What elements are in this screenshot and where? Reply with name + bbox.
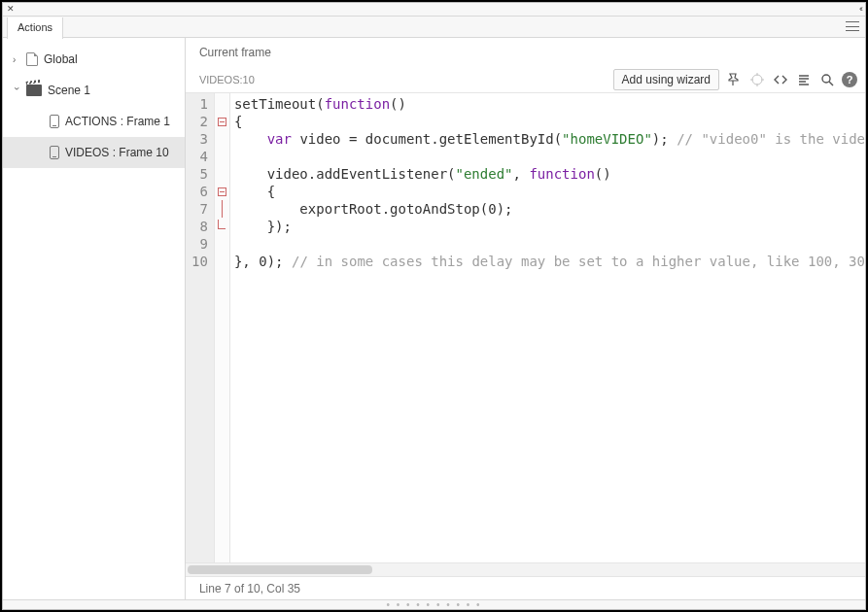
line-no: 2 [186, 113, 208, 130]
tree-label: Scene 1 [48, 84, 90, 97]
tree-scene[interactable]: › Scene 1 [3, 75, 185, 106]
scroll-thumb[interactable] [188, 565, 372, 574]
breadcrumb-label: Current frame [199, 46, 271, 59]
line-no: 3 [186, 130, 208, 148]
tree-label: Global [44, 52, 78, 66]
tree-frame-actions[interactable]: ACTIONS : Frame 1 [3, 106, 185, 137]
line-no: 8 [186, 218, 208, 235]
target-icon [748, 71, 766, 88]
horizontal-scrollbar[interactable] [186, 562, 865, 576]
help-icon[interactable]: ? [842, 72, 857, 87]
code-text[interactable]: setTimeout(function(){ var video = docum… [230, 93, 865, 562]
cursor-position-label: Line 7 of 10, Col 35 [199, 582, 300, 595]
search-icon[interactable] [818, 71, 836, 88]
chevron-right-icon: › [13, 54, 20, 65]
line-gutter: 1 2 3 4 5 6 7 8 9 10 [186, 93, 215, 562]
collapse-panel-icon[interactable]: ‹‹ [859, 5, 861, 14]
line-no: 7 [186, 200, 208, 218]
clapperboard-icon [26, 85, 42, 96]
close-panel-icon[interactable]: ✕ [7, 5, 15, 14]
tree-label: VIDEOS : Frame 10 [65, 146, 169, 159]
actions-panel: ✕ ‹‹ Actions › Global › Scene 1 ACTIONS … [2, 2, 866, 610]
panel-body: › Global › Scene 1 ACTIONS : Frame 1 VID… [3, 38, 865, 599]
tree-frame-videos[interactable]: VIDEOS : Frame 10 [3, 137, 185, 168]
resize-grip[interactable]: • • • • • • • • • • [3, 599, 865, 609]
line-no: 6 [186, 183, 208, 200]
grip-icon: • • • • • • • • • • [386, 600, 481, 610]
format-icon[interactable] [795, 71, 813, 88]
page-icon [26, 52, 38, 66]
tab-label: Actions [17, 21, 52, 33]
frame-path-label: VIDEOS:10 [199, 74, 255, 85]
chevron-down-icon: › [12, 86, 22, 94]
pin-icon[interactable] [725, 71, 743, 88]
fold-toggle-icon[interactable] [218, 187, 226, 196]
fold-line-icon [222, 200, 223, 218]
svg-point-1 [822, 75, 830, 83]
script-navigator: › Global › Scene 1 ACTIONS : Frame 1 VID… [3, 38, 186, 599]
tree-global[interactable]: › Global [3, 44, 185, 75]
line-no: 10 [186, 253, 208, 270]
frame-icon [50, 115, 59, 128]
line-no: 4 [186, 148, 208, 165]
fold-toggle-icon[interactable] [218, 118, 226, 126]
panel-titlebar: ✕ ‹‹ [3, 3, 865, 17]
editor-toolbar: VIDEOS:10 Add using wizard ? [186, 67, 865, 92]
tab-bar: Actions [3, 17, 865, 38]
fold-end-icon [218, 220, 226, 229]
svg-point-0 [752, 75, 762, 85]
frame-icon [50, 146, 59, 159]
add-using-wizard-button[interactable]: Add using wizard [613, 69, 719, 90]
tree-label: ACTIONS : Frame 1 [65, 115, 170, 128]
line-no: 5 [186, 165, 208, 183]
status-bar: Line 7 of 10, Col 35 [186, 576, 865, 599]
line-no: 1 [186, 95, 208, 113]
line-no: 9 [186, 235, 208, 253]
tab-actions[interactable]: Actions [7, 17, 63, 39]
code-editor-pane: Current frame VIDEOS:10 Add using wizard [186, 38, 865, 599]
code-area[interactable]: 1 2 3 4 5 6 7 8 9 10 [186, 92, 865, 562]
code-icon[interactable] [772, 71, 789, 88]
fold-gutter [215, 93, 230, 562]
panel-menu-icon[interactable] [846, 21, 859, 31]
breadcrumb: Current frame [186, 38, 865, 67]
